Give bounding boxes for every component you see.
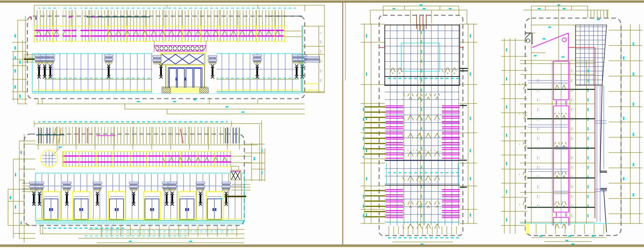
- frieze-band-rear: [62, 151, 252, 167]
- bottom-border: [0, 245, 644, 247]
- frieze-band-front: [34, 26, 302, 42]
- entrance-front: [152, 40, 217, 93]
- cad-canvas: [0, 0, 644, 250]
- top-border-edge: [0, 2, 644, 2]
- top-border: [0, 0, 644, 2]
- drawing-sheet: [0, 0, 644, 250]
- bottom-border-edge: [0, 245, 644, 245]
- magenta-corridor-plan-b: [552, 61, 570, 228]
